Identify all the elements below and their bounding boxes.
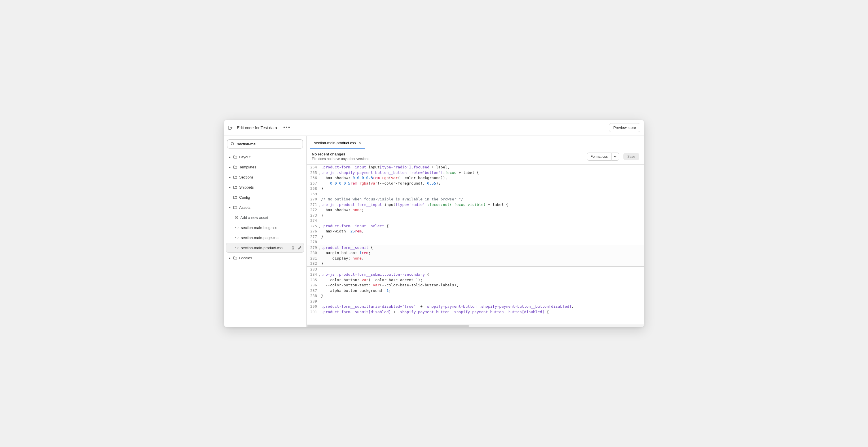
search-icon xyxy=(230,142,235,146)
tab-bar: section-main-product.css × xyxy=(307,136,644,149)
code-editor[interactable]: 264.product-form__input input[type='radi… xyxy=(307,165,644,324)
code-line[interactable]: 269 xyxy=(307,191,644,197)
close-icon[interactable]: × xyxy=(359,141,361,145)
header-title: Edit code for Test data xyxy=(237,125,277,130)
save-button[interactable]: Save xyxy=(623,153,639,160)
chevron-right-icon: ▸ xyxy=(228,257,231,260)
code-line[interactable]: 286 --color-button-text: var(--color-bas… xyxy=(307,282,644,288)
tree-label: section-main-product.css xyxy=(241,246,283,250)
code-line[interactable]: 273} xyxy=(307,213,644,218)
folder-icon xyxy=(233,185,238,189)
add-asset-button[interactable]: Add a new asset xyxy=(226,212,304,222)
code-line[interactable]: 272 box-shadow: none; xyxy=(307,207,644,213)
tree-label: section-main-blog.css xyxy=(241,226,277,230)
tree-label: Layout xyxy=(239,155,250,159)
code-line[interactable]: 289 xyxy=(307,299,644,304)
code-line[interactable]: 271▾.no-js .product-form__input input[ty… xyxy=(307,202,644,208)
tree-folder-locales[interactable]: ▸ Locales xyxy=(226,253,304,263)
chevron-down-icon xyxy=(614,155,617,158)
sidebar: ▸ Layout ▸ Templates ▸ Sections ▸ xyxy=(224,136,307,327)
code-line[interactable]: 276 max-width: 25rem; xyxy=(307,229,644,234)
format-dropdown-button[interactable] xyxy=(612,153,619,161)
code-line[interactable]: 281 display: none; xyxy=(307,256,644,261)
code-line[interactable]: 280 margin-bottom: 1rem; xyxy=(307,250,644,256)
folder-icon xyxy=(233,165,238,169)
tree-folder-layout[interactable]: ▸ Layout xyxy=(226,152,304,162)
code-line[interactable]: 267 0 0 0 0.5rem rgba(var(--color-foregr… xyxy=(307,181,644,186)
format-button-group: Format css xyxy=(587,153,619,161)
tab-active[interactable]: section-main-product.css × xyxy=(310,138,365,149)
tree-label: Config xyxy=(239,195,250,200)
add-asset-label: Add a new asset xyxy=(240,215,268,220)
changes-desc: File does not have any other versions xyxy=(312,157,369,161)
tree-label: Locales xyxy=(239,256,252,260)
chevron-right-icon: ▸ xyxy=(228,186,231,189)
code-line[interactable]: 264.product-form__input input[type='radi… xyxy=(307,165,644,170)
tree-label: Sections xyxy=(239,175,254,179)
tree-folder-config[interactable]: ▸ Config xyxy=(226,192,304,202)
changes-title: No recent changes xyxy=(312,152,369,156)
code-line[interactable]: 285 --color-button: var(--color-base-acc… xyxy=(307,277,644,283)
code-line[interactable]: 278 xyxy=(307,239,644,245)
tree-label: Assets xyxy=(239,205,250,210)
tree-folder-assets[interactable]: ▾ Assets xyxy=(226,203,304,212)
horizontal-scrollbar[interactable] xyxy=(307,324,644,327)
code-line[interactable]: 265▾.no-js .shopify-payment-button__butt… xyxy=(307,170,644,176)
format-css-button[interactable]: Format css xyxy=(587,153,611,161)
code-line[interactable]: 284▾.no-js .product-form__submit.button-… xyxy=(307,272,644,277)
folder-icon xyxy=(233,155,238,159)
tree-label: section-main-page.css xyxy=(241,236,278,240)
tree-file-product[interactable]: section-main-product.css xyxy=(226,243,304,252)
code-line[interactable]: 266 box-shadow: 0 0 0 0.3rem rgb(var(--c… xyxy=(307,175,644,181)
chevron-right-icon: ▸ xyxy=(228,176,231,179)
editor-subheader: No recent changes File does not have any… xyxy=(307,149,644,165)
search-input-wrap[interactable] xyxy=(227,139,303,149)
tree-file-blog[interactable]: section-main-blog.css xyxy=(226,222,304,233)
code-line[interactable]: 275▾.product-form__input .select { xyxy=(307,224,644,229)
file-tree: ▸ Layout ▸ Templates ▸ Sections ▸ xyxy=(226,152,304,263)
scrollbar-thumb[interactable] xyxy=(307,325,469,327)
editor-window: Edit code for Test data ••• Preview stor… xyxy=(224,120,644,327)
preview-store-button[interactable]: Preview store xyxy=(609,123,640,132)
svg-point-0 xyxy=(231,143,234,145)
plus-circle-icon xyxy=(235,215,239,219)
code-line[interactable]: 277} xyxy=(307,234,644,240)
code-file-icon xyxy=(235,225,239,230)
chevron-right-icon: ▸ xyxy=(228,155,231,159)
code-line[interactable]: 291.product-form__submit[disabled] + .sh… xyxy=(307,309,644,315)
folder-icon xyxy=(233,256,238,260)
folder-icon xyxy=(233,195,238,200)
edit-icon[interactable] xyxy=(298,246,302,250)
tree-label: Snippets xyxy=(239,185,254,189)
tree-folder-snippets[interactable]: ▸ Snippets xyxy=(226,182,304,192)
code-line[interactable]: 274 xyxy=(307,218,644,224)
code-line[interactable]: 279▾.product-form__submit { xyxy=(307,245,644,250)
code-line[interactable]: 270/* No outline when focus-visible is a… xyxy=(307,197,644,202)
editor-main: section-main-product.css × No recent cha… xyxy=(307,136,644,327)
code-file-icon xyxy=(235,245,239,250)
code-line[interactable]: 287 --alpha-button-background: 1; xyxy=(307,288,644,294)
chevron-down-icon: ▾ xyxy=(228,206,231,209)
folder-icon xyxy=(233,175,238,179)
code-line[interactable]: 290.product-form__submit[aria-disabled="… xyxy=(307,304,644,309)
tree-file-page[interactable]: section-main-page.css xyxy=(226,233,304,242)
more-icon[interactable]: ••• xyxy=(281,123,293,132)
trash-icon[interactable] xyxy=(291,246,295,250)
code-line[interactable]: 268} xyxy=(307,186,644,191)
exit-icon[interactable] xyxy=(228,125,233,130)
code-file-icon xyxy=(235,235,239,240)
tree-folder-templates[interactable]: ▸ Templates xyxy=(226,162,304,172)
code-line[interactable]: 288} xyxy=(307,293,644,299)
tab-label: section-main-product.css xyxy=(314,141,356,145)
chevron-right-icon: ▸ xyxy=(228,166,231,169)
search-input[interactable] xyxy=(237,142,300,146)
header-bar: Edit code for Test data ••• Preview stor… xyxy=(224,120,644,136)
folder-icon xyxy=(233,205,238,210)
tree-label: Templates xyxy=(239,165,256,169)
tree-folder-sections[interactable]: ▸ Sections xyxy=(226,172,304,182)
code-line[interactable]: 283 xyxy=(307,267,644,272)
code-line[interactable]: 282} xyxy=(307,261,644,267)
